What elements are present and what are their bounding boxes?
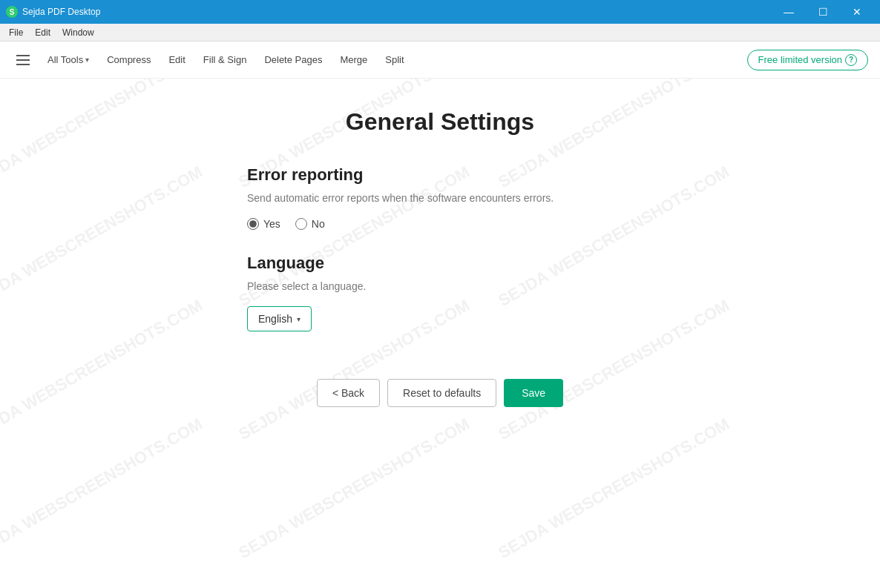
nav-fill-sign[interactable]: Fill & Sign — [196, 50, 255, 70]
settings-container: General Settings Error reporting Send au… — [217, 108, 663, 407]
toolbar: All Tools ▾ Compress Edit Fill & Sign De… — [0, 42, 880, 79]
main-content: SEJDA WEBSCREENSHOTS.COM SEJDA WEBSCREEN… — [0, 79, 880, 588]
hamburger-line-2 — [16, 59, 30, 61]
language-section: Language Please select a language. Engli… — [247, 254, 633, 361]
radio-no-label[interactable]: No — [295, 218, 325, 230]
reset-button[interactable]: Reset to defaults — [387, 379, 496, 407]
radio-no-input[interactable] — [295, 218, 307, 230]
error-reporting-radio-group: Yes No — [247, 218, 633, 230]
language-title: Language — [247, 254, 633, 273]
watermark-10: SEJDA WEBSCREENSHOTS.COM — [0, 414, 206, 563]
free-version-label: Free limited version — [758, 54, 842, 65]
hamburger-line-1 — [16, 55, 30, 56]
error-reporting-desc: Send automatic error reports when the so… — [247, 191, 633, 206]
nav-items: All Tools ▾ Compress Edit Fill & Sign De… — [40, 50, 747, 70]
nav-delete-pages[interactable]: Delete Pages — [257, 50, 329, 70]
dropdown-arrow-icon: ▾ — [297, 315, 301, 323]
hamburger-line-3 — [16, 64, 30, 65]
question-icon: ? — [845, 54, 857, 66]
menu-window[interactable]: Window — [56, 26, 100, 39]
window-controls: — ☐ ✕ — [772, 0, 874, 24]
hamburger-button[interactable] — [12, 50, 34, 70]
radio-no-text: No — [312, 218, 325, 230]
selected-language: English — [258, 313, 292, 325]
menu-edit[interactable]: Edit — [29, 26, 56, 39]
chevron-down-icon: ▾ — [85, 56, 89, 64]
app-title: Sejda PDF Desktop — [22, 7, 100, 17]
back-button[interactable]: < Back — [317, 379, 380, 407]
menu-bar: File Edit Window — [0, 24, 880, 42]
save-button[interactable]: Save — [504, 379, 563, 407]
minimize-button[interactable]: — — [772, 0, 806, 24]
nav-compress[interactable]: Compress — [99, 50, 158, 70]
maximize-button[interactable]: ☐ — [806, 0, 840, 24]
all-tools-label: All Tools — [47, 54, 83, 65]
nav-merge[interactable]: Merge — [332, 50, 375, 70]
nav-edit[interactable]: Edit — [161, 50, 192, 70]
error-reporting-title: Error reporting — [247, 165, 633, 185]
close-button[interactable]: ✕ — [840, 0, 874, 24]
radio-yes-label[interactable]: Yes — [247, 218, 280, 230]
free-version-button[interactable]: Free limited version ? — [747, 50, 868, 70]
radio-yes-text: Yes — [263, 218, 280, 230]
nav-all-tools[interactable]: All Tools ▾ — [40, 50, 96, 70]
back-label: < Back — [332, 387, 364, 399]
watermark-4: SEJDA WEBSCREENSHOTS.COM — [0, 162, 206, 311]
app-container: All Tools ▾ Compress Edit Fill & Sign De… — [0, 42, 880, 588]
nav-split[interactable]: Split — [378, 50, 411, 70]
watermark-1: SEJDA WEBSCREENSHOTS.COM — [0, 79, 206, 192]
title-bar-left: S Sejda PDF Desktop — [6, 6, 100, 18]
error-reporting-section: Error reporting Send automatic error rep… — [247, 165, 633, 230]
language-dropdown[interactable]: English ▾ — [247, 306, 312, 331]
watermark-12: SEJDA WEBSCREENSHOTS.COM — [495, 414, 732, 563]
watermark-11: SEJDA WEBSCREENSHOTS.COM — [235, 414, 473, 563]
reset-label: Reset to defaults — [403, 387, 481, 399]
title-bar: S Sejda PDF Desktop — ☐ ✕ — [0, 0, 880, 24]
action-buttons: < Back Reset to defaults Save — [247, 379, 633, 407]
app-icon: S — [6, 6, 18, 18]
page-title: General Settings — [247, 108, 633, 136]
menu-file[interactable]: File — [3, 26, 29, 39]
language-desc: Please select a language. — [247, 279, 633, 294]
radio-yes-input[interactable] — [247, 218, 259, 230]
watermark-7: SEJDA WEBSCREENSHOTS.COM — [0, 296, 206, 444]
